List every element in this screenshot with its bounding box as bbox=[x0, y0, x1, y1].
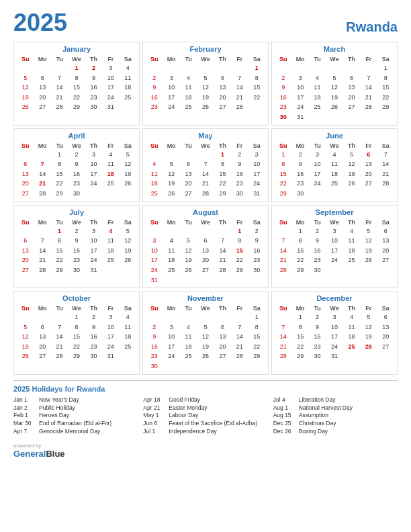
holiday-name: Boxing Day bbox=[299, 428, 328, 436]
day-header-sa: Sa bbox=[377, 55, 394, 63]
day-header-fr: Fr bbox=[231, 218, 248, 226]
day-cell: 25 bbox=[326, 179, 342, 189]
day-header-th: Th bbox=[214, 218, 231, 226]
day-header-sa: Sa bbox=[120, 55, 136, 63]
month-block-april: AprilSuMoTuWeThFrSa123456789101112131415… bbox=[13, 128, 140, 202]
day-cell: 3 bbox=[291, 73, 308, 83]
day-cell: 19 bbox=[163, 179, 179, 189]
day-cell: 7 bbox=[275, 322, 291, 332]
day-cell: 21 bbox=[275, 342, 291, 352]
day-cell bbox=[231, 275, 248, 285]
day-cell bbox=[197, 150, 214, 160]
day-cell: 16 bbox=[85, 83, 102, 93]
day-cell: 13 bbox=[377, 236, 394, 246]
day-header-sa: Sa bbox=[120, 218, 136, 226]
day-cell: 20 bbox=[17, 179, 34, 189]
day-cell bbox=[146, 312, 163, 322]
day-cell: 12 bbox=[326, 83, 342, 93]
day-cell: 12 bbox=[360, 236, 377, 246]
day-cell: 30 bbox=[85, 351, 102, 361]
day-cell: 13 bbox=[214, 83, 231, 93]
day-header-fr: Fr bbox=[102, 55, 119, 63]
day-header-tu: Tu bbox=[51, 142, 68, 150]
day-cell bbox=[163, 275, 179, 285]
day-cell: 13 bbox=[197, 246, 214, 256]
day-cell: 26 bbox=[360, 342, 377, 352]
day-cell: 24 bbox=[291, 102, 308, 112]
day-cell bbox=[163, 226, 179, 236]
day-cell: 17 bbox=[163, 93, 179, 103]
day-cell: 27 bbox=[197, 265, 214, 275]
holiday-item: May 1Labour Day bbox=[143, 412, 267, 420]
holiday-date: Dec 25 bbox=[273, 420, 296, 428]
day-cell: 30 bbox=[85, 102, 102, 112]
day-cell: 18 bbox=[120, 332, 136, 342]
day-cell: 21 bbox=[231, 342, 248, 352]
day-cell: 5 bbox=[360, 226, 377, 236]
day-cell: 21 bbox=[360, 93, 377, 103]
day-header-su: Su bbox=[275, 55, 291, 63]
day-cell bbox=[214, 226, 231, 236]
day-cell: 14 bbox=[231, 332, 248, 342]
day-cell: 15 bbox=[68, 332, 85, 342]
day-cell: 23 bbox=[146, 351, 163, 361]
day-cell: 4 bbox=[180, 73, 197, 83]
day-cell: 31 bbox=[146, 275, 163, 285]
day-header-sa: Sa bbox=[377, 218, 394, 226]
day-cell: 10 bbox=[163, 332, 179, 342]
day-header-th: Th bbox=[343, 55, 360, 63]
day-cell bbox=[34, 312, 50, 322]
day-header-su: Su bbox=[17, 55, 34, 63]
day-cell: 4 bbox=[326, 150, 342, 160]
day-cell: 22 bbox=[231, 255, 248, 265]
day-cell: 18 bbox=[343, 332, 360, 342]
day-header-mo: Mo bbox=[163, 142, 179, 150]
day-cell bbox=[34, 226, 50, 236]
day-header-mo: Mo bbox=[34, 55, 50, 63]
day-cell bbox=[248, 275, 265, 285]
day-cell bbox=[326, 63, 342, 73]
day-cell: 7 bbox=[214, 236, 231, 246]
day-cell: 25 bbox=[102, 179, 119, 189]
day-header-tu: Tu bbox=[180, 218, 197, 226]
day-cell bbox=[197, 275, 214, 285]
day-cell: 12 bbox=[360, 322, 377, 332]
day-cell: 1 bbox=[51, 150, 68, 160]
day-cell bbox=[17, 150, 34, 160]
day-cell: 8 bbox=[248, 73, 265, 83]
brand-label: GeneralBlue bbox=[13, 449, 65, 459]
day-cell: 15 bbox=[291, 332, 308, 342]
holiday-date: Dec 26 bbox=[273, 428, 296, 436]
day-cell: 8 bbox=[231, 236, 248, 246]
day-cell: 20 bbox=[377, 246, 394, 256]
day-header-su: Su bbox=[146, 218, 163, 226]
day-cell bbox=[180, 150, 197, 160]
day-cell: 7 bbox=[231, 322, 248, 332]
day-cell: 20 bbox=[17, 255, 34, 265]
day-cell: 17 bbox=[102, 332, 119, 342]
day-cell: 22 bbox=[51, 255, 68, 265]
day-cell: 24 bbox=[326, 255, 342, 265]
day-cell: 12 bbox=[120, 159, 136, 169]
day-cell: 22 bbox=[68, 342, 85, 352]
day-cell: 11 bbox=[180, 83, 197, 93]
day-cell: 28 bbox=[34, 265, 50, 275]
day-cell: 16 bbox=[231, 169, 248, 179]
day-cell: 31 bbox=[291, 112, 308, 122]
day-cell bbox=[102, 189, 119, 199]
day-grid: SuMoTuWeThFrSa12345678910111213141516171… bbox=[275, 142, 394, 199]
day-cell: 13 bbox=[360, 159, 377, 169]
day-cell: 14 bbox=[197, 169, 214, 179]
day-header-we: We bbox=[197, 218, 214, 226]
day-cell: 9 bbox=[309, 322, 326, 332]
day-cell: 6 bbox=[360, 150, 377, 160]
day-cell bbox=[102, 265, 119, 275]
holiday-item: Aug 15Assumption bbox=[273, 412, 398, 420]
day-cell: 11 bbox=[102, 236, 119, 246]
month-title: January bbox=[17, 45, 136, 53]
day-cell: 25 bbox=[343, 255, 360, 265]
day-cell: 10 bbox=[248, 159, 265, 169]
day-cell: 19 bbox=[360, 332, 377, 342]
day-cell: 16 bbox=[85, 332, 102, 342]
day-header-th: Th bbox=[343, 218, 360, 226]
